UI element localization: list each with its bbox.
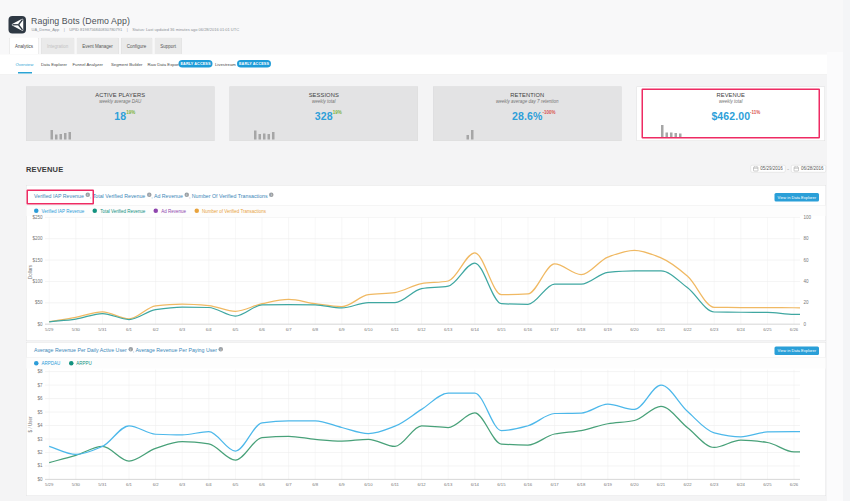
svg-text:6/11: 6/11 xyxy=(391,482,400,487)
svg-text:$100: $100 xyxy=(32,279,43,284)
svg-text:6/23: 6/23 xyxy=(710,482,719,487)
svg-text:$200: $200 xyxy=(32,236,43,241)
svg-text:6/10: 6/10 xyxy=(364,482,373,487)
svg-text:$0: $0 xyxy=(37,477,43,482)
svg-text:40: 40 xyxy=(804,279,810,284)
svg-text:$1: $1 xyxy=(37,463,43,468)
svg-text:5/31: 5/31 xyxy=(98,327,107,332)
svg-text:6/10: 6/10 xyxy=(364,327,373,332)
svg-text:6/6: 6/6 xyxy=(259,482,266,487)
svg-text:6/13: 6/13 xyxy=(444,327,453,332)
svg-text:6/19: 6/19 xyxy=(604,327,613,332)
svg-text:6/21: 6/21 xyxy=(657,482,666,487)
svg-text:6/26: 6/26 xyxy=(790,482,799,487)
svg-text:$50: $50 xyxy=(35,300,43,305)
svg-text:$2: $2 xyxy=(37,450,43,455)
svg-text:6/21: 6/21 xyxy=(657,327,666,332)
svg-text:6/2: 6/2 xyxy=(153,327,160,332)
svg-text:6/14: 6/14 xyxy=(471,327,480,332)
svg-text:6/6: 6/6 xyxy=(259,327,266,332)
svg-text:6/13: 6/13 xyxy=(444,482,453,487)
svg-text:6/18: 6/18 xyxy=(577,482,586,487)
svg-text:6/25: 6/25 xyxy=(763,327,772,332)
svg-text:0: 0 xyxy=(804,322,807,327)
svg-text:80: 80 xyxy=(804,236,810,241)
svg-text:6/17: 6/17 xyxy=(550,327,559,332)
svg-text:6/20: 6/20 xyxy=(630,327,639,332)
svg-text:60: 60 xyxy=(804,258,810,263)
svg-text:6/20: 6/20 xyxy=(630,482,639,487)
svg-text:6/14: 6/14 xyxy=(471,482,480,487)
svg-text:6/26: 6/26 xyxy=(790,327,799,332)
svg-text:6/24: 6/24 xyxy=(737,327,746,332)
svg-text:6/23: 6/23 xyxy=(710,327,719,332)
svg-text:6/15: 6/15 xyxy=(497,482,506,487)
svg-text:6/19: 6/19 xyxy=(604,482,613,487)
svg-text:$150: $150 xyxy=(32,258,43,263)
svg-text:6/2: 6/2 xyxy=(153,482,160,487)
svg-text:6/4: 6/4 xyxy=(206,482,213,487)
svg-text:6/8: 6/8 xyxy=(312,482,319,487)
svg-text:$250: $250 xyxy=(32,215,43,220)
svg-text:6/5: 6/5 xyxy=(232,482,239,487)
svg-text:6/8: 6/8 xyxy=(312,327,319,332)
svg-text:5/31: 5/31 xyxy=(98,482,107,487)
svg-text:6/11: 6/11 xyxy=(391,327,400,332)
svg-text:5/30: 5/30 xyxy=(72,482,81,487)
svg-text:$ / User: $ / User xyxy=(28,416,33,432)
svg-text:$6: $6 xyxy=(37,396,43,401)
svg-text:6/22: 6/22 xyxy=(683,482,692,487)
svg-text:6/9: 6/9 xyxy=(339,327,346,332)
svg-text:6/1: 6/1 xyxy=(126,327,133,332)
svg-text:6/4: 6/4 xyxy=(206,327,213,332)
svg-text:$5: $5 xyxy=(37,410,43,415)
svg-text:6/3: 6/3 xyxy=(179,482,186,487)
svg-text:6/22: 6/22 xyxy=(683,327,692,332)
svg-text:6/9: 6/9 xyxy=(339,482,346,487)
svg-text:100: 100 xyxy=(804,215,812,220)
svg-text:$7: $7 xyxy=(37,383,43,388)
svg-text:5/29: 5/29 xyxy=(45,482,54,487)
svg-text:6/12: 6/12 xyxy=(417,482,426,487)
svg-text:6/16: 6/16 xyxy=(524,482,533,487)
svg-text:Dollars: Dollars xyxy=(28,264,33,279)
svg-text:6/7: 6/7 xyxy=(286,327,293,332)
svg-text:20: 20 xyxy=(804,300,810,305)
svg-text:5/30: 5/30 xyxy=(72,327,81,332)
svg-text:6/25: 6/25 xyxy=(763,482,772,487)
svg-text:6/5: 6/5 xyxy=(232,327,239,332)
svg-text:6/24: 6/24 xyxy=(737,482,746,487)
svg-text:6/12: 6/12 xyxy=(417,327,426,332)
svg-text:6/1: 6/1 xyxy=(126,482,133,487)
svg-text:$8: $8 xyxy=(37,369,43,374)
svg-text:6/3: 6/3 xyxy=(179,327,186,332)
svg-text:6/16: 6/16 xyxy=(524,327,533,332)
svg-text:$3: $3 xyxy=(37,437,43,442)
svg-text:$0: $0 xyxy=(37,322,43,327)
svg-text:5/29: 5/29 xyxy=(45,327,54,332)
svg-text:6/17: 6/17 xyxy=(550,482,559,487)
svg-text:6/7: 6/7 xyxy=(286,482,293,487)
svg-text:6/15: 6/15 xyxy=(497,327,506,332)
svg-text:6/18: 6/18 xyxy=(577,327,586,332)
svg-text:$4: $4 xyxy=(37,423,43,428)
